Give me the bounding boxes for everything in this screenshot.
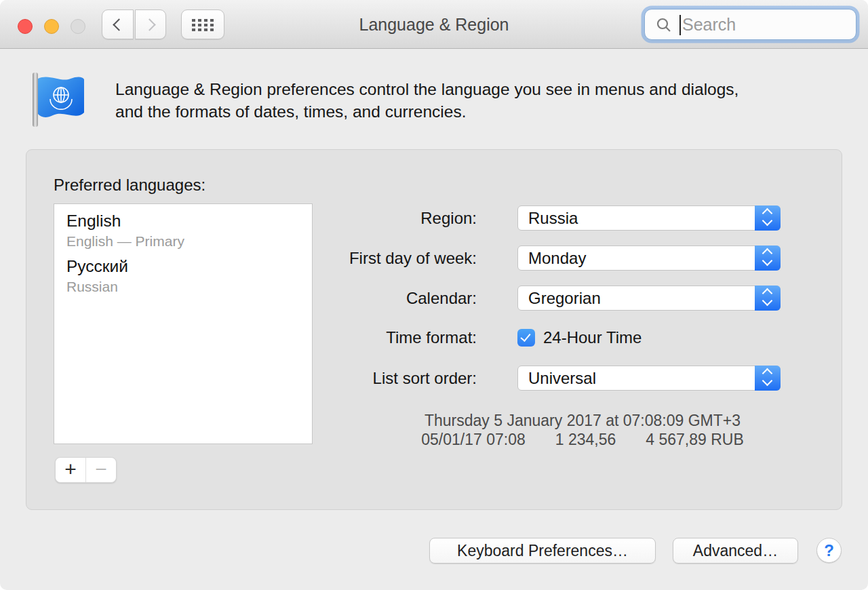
first-day-value: Monday [528, 249, 586, 267]
add-remove-control: + − [55, 457, 117, 483]
preview-short-date: 05/01/17 07:08 [406, 431, 540, 448]
help-button[interactable]: ? [816, 538, 842, 563]
24-hour-checkbox[interactable] [517, 329, 535, 347]
search-icon [656, 17, 672, 33]
description-line1: Language & Region preferences control th… [115, 78, 738, 100]
checkmark-icon [520, 331, 530, 342]
first-day-label: First day of week: [349, 245, 477, 271]
region-value: Russia [528, 209, 578, 227]
un-flag-icon [28, 71, 88, 129]
sort-order-row: List sort order: Universal [26, 366, 843, 391]
sort-order-popup[interactable]: Universal [517, 366, 781, 391]
preview-number: 1 234,56 [540, 431, 631, 448]
preview-short-formats: 05/01/17 07:081 234,564 567,89 RUB [379, 430, 786, 449]
preferred-languages-label: Preferred languages: [54, 176, 205, 195]
format-preview: Thursday 5 January 2017 at 07:08:09 GMT+… [379, 411, 786, 449]
popup-stepper-icon [755, 286, 781, 311]
preferences-window: Language & Region [0, 0, 868, 590]
preview-currency: 4 567,89 RUB [631, 431, 758, 448]
description-line2: and the formats of dates, times, and cur… [115, 100, 738, 123]
add-language-button[interactable]: + [56, 458, 86, 482]
popup-stepper-icon [755, 366, 781, 391]
sort-order-value: Universal [528, 369, 596, 387]
keyboard-preferences-button[interactable]: Keyboard Preferences… [429, 538, 656, 564]
sort-order-label: List sort order: [373, 366, 477, 391]
calendar-popup[interactable]: Gregorian [517, 286, 781, 311]
region-popup[interactable]: Russia [517, 205, 781, 231]
titlebar[interactable]: Language & Region [0, 0, 868, 49]
settings-panel: Preferred languages: English English — P… [26, 149, 842, 510]
preferred-languages-list[interactable]: English English — Primary Русский Russia… [54, 203, 313, 444]
preview-long-date: Thursday 5 January 2017 at 07:08:09 GMT+… [379, 411, 786, 430]
first-day-row: First day of week: Monday [26, 245, 843, 271]
24-hour-label: 24-Hour Time [543, 328, 642, 348]
popup-stepper-icon [755, 245, 781, 271]
region-row: Region: Russia [26, 205, 843, 231]
text-cursor [679, 15, 681, 35]
time-format-label: Time format: [386, 328, 477, 348]
time-format-row: Time format: 24-Hour Time [26, 328, 843, 348]
first-day-popup[interactable]: Monday [517, 245, 781, 271]
popup-stepper-icon [755, 205, 781, 231]
advanced-button[interactable]: Advanced… [673, 538, 798, 564]
remove-language-button: − [86, 458, 116, 482]
calendar-row: Calendar: Gregorian [26, 286, 843, 311]
page-description: Language & Region preferences control th… [115, 78, 738, 123]
calendar-label: Calendar: [406, 286, 477, 311]
search-input[interactable] [682, 9, 848, 39]
search-field[interactable] [644, 9, 856, 40]
calendar-value: Gregorian [528, 289, 601, 307]
region-label: Region: [420, 205, 477, 231]
